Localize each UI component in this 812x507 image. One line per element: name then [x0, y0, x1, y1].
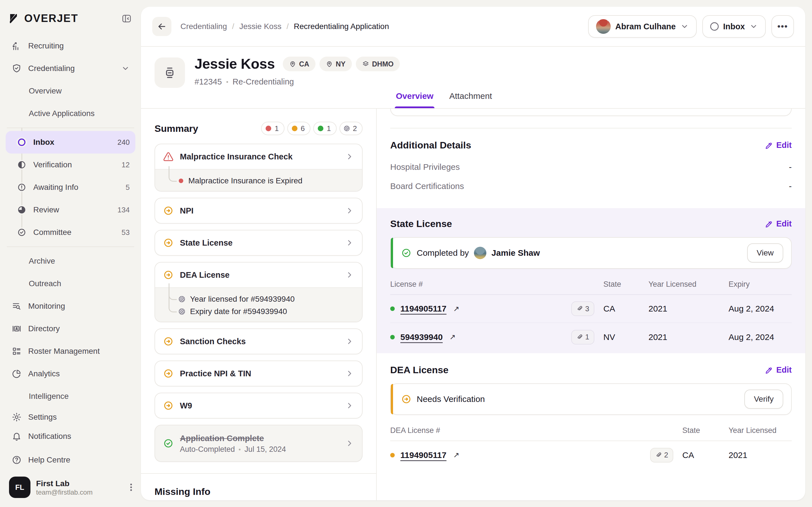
back-button[interactable]: [152, 17, 171, 36]
plan-badge-dhmo: DHMO: [356, 57, 400, 71]
license-number-link[interactable]: 1194905117: [400, 304, 447, 314]
workspace-menu-icon[interactable]: [130, 484, 132, 491]
sidebar-item-intelligence[interactable]: Intelligence: [6, 385, 135, 407]
summary-card-row[interactable]: DEA License: [155, 263, 362, 287]
attachments-badge[interactable]: 3: [571, 301, 594, 316]
column-header: License #: [390, 274, 603, 295]
sidebar-item-credentialing[interactable]: Credentialing: [6, 57, 135, 80]
attachments-badge[interactable]: 1: [571, 330, 594, 344]
state-license-title: State License: [390, 218, 452, 229]
sidebar-item-label: Archive: [29, 257, 55, 266]
cell-year: 2021: [728, 441, 792, 469]
sidebar-item-overview[interactable]: Overview: [6, 80, 135, 102]
attachments-badge[interactable]: 2: [650, 448, 673, 462]
hatched-dot-icon: [179, 308, 185, 315]
inbox-status-icon: [16, 137, 27, 147]
assignee-dropdown[interactable]: Abram Culhane: [588, 15, 696, 38]
summary-card-row[interactable]: Application Complete Auto-Completed Jul …: [155, 425, 362, 461]
dea-license-section: DEA License Edit Needs Verification Veri…: [377, 353, 805, 469]
gear-icon: [11, 412, 22, 422]
sidebar-item-help-centre[interactable]: Help Centre: [6, 450, 135, 469]
sidebar-item-notifications[interactable]: Notifications: [6, 427, 135, 446]
pending-circle-arrow-icon: [401, 394, 412, 404]
chevron-right-icon: [345, 152, 354, 161]
state-badge-ny: NY: [319, 57, 352, 71]
breadcrumb-jessie-koss[interactable]: Jessie Koss: [239, 22, 282, 31]
sidebar-item-verification[interactable]: Verification 12: [6, 154, 135, 176]
more-actions-button[interactable]: •••: [771, 15, 794, 38]
additional-details-edit-button[interactable]: Edit: [764, 140, 792, 150]
sidebar-item-inbox[interactable]: Inbox 240: [6, 131, 135, 154]
dea-license-edit-button[interactable]: Edit: [764, 365, 792, 375]
state-license-table: License # State Year Licensed Expiry: [390, 274, 792, 351]
workspace-email: team@firstlab.com: [36, 489, 93, 496]
application-type: Re-Credentialing: [233, 77, 294, 87]
license-number-link[interactable]: 1194905117: [400, 450, 447, 460]
sidebar-item-label: Monitoring: [28, 302, 65, 311]
page-title: Jessie Koss: [195, 56, 275, 72]
external-link-icon: ↗: [453, 451, 460, 459]
verify-button[interactable]: Verify: [744, 390, 783, 409]
amber-count-badge: 6: [287, 122, 310, 135]
summary-subitem: Year licensed for #594939940: [166, 291, 354, 304]
sidebar-item-active-applications[interactable]: Active Applications: [6, 102, 135, 125]
external-link-icon: ↗: [449, 333, 456, 341]
tab-overview[interactable]: Overview: [396, 91, 434, 108]
summary-card-row[interactable]: Malpractice Insurance Check: [155, 144, 362, 169]
summary-card-row[interactable]: NPI: [155, 198, 362, 223]
green-dot-icon: [390, 306, 395, 311]
hatched-dot-icon: [179, 296, 185, 302]
dea-license-status-card: Needs Verification Verify: [390, 383, 792, 415]
pending-circle-arrow-icon: [163, 368, 174, 379]
sidebar-item-analytics[interactable]: Analytics: [6, 362, 135, 385]
sidebar-item-archive[interactable]: Archive: [6, 250, 135, 272]
scrolled-card-edge: [390, 109, 792, 116]
dot-separator: [226, 81, 228, 83]
detail-row-hospital-privileges: Hospital Privileges -: [390, 158, 792, 177]
verification-count: 12: [121, 161, 130, 169]
summary-card-row[interactable]: W9: [155, 393, 362, 418]
state-license-edit-button[interactable]: Edit: [764, 219, 792, 228]
sidebar-item-awaiting-info[interactable]: Awaiting Info 5: [6, 176, 135, 199]
cell-year: 2021: [649, 323, 728, 351]
sidebar-item-committee[interactable]: Committee 53: [6, 221, 135, 244]
sidebar-item-settings[interactable]: Settings: [6, 407, 135, 427]
summary-card-row[interactable]: Practice NPI & TIN: [155, 361, 362, 386]
sidebar-item-roster-management[interactable]: Roster Management: [6, 340, 135, 362]
summary-card-row[interactable]: Sanction Checks: [155, 329, 362, 354]
red-dot-icon: [179, 179, 183, 183]
status-dropdown[interactable]: Inbox: [702, 15, 766, 38]
workspace-switcher[interactable]: FL First Lab team@firstlab.com: [0, 471, 141, 501]
alert-triangle-icon: [163, 151, 174, 162]
spacer: [6, 446, 135, 450]
sidebar-item-monitoring[interactable]: Monitoring: [6, 295, 135, 318]
view-button[interactable]: View: [747, 243, 783, 263]
state-badge-ca: CA: [283, 57, 315, 71]
license-number-link[interactable]: 594939940: [400, 332, 443, 342]
chevron-right-icon: [345, 238, 354, 247]
pending-circle-arrow-icon: [163, 336, 174, 347]
summary-card-row[interactable]: State License: [155, 230, 362, 255]
column-header: Year Licensed: [728, 420, 792, 441]
sidebar-item-review[interactable]: Review 134: [6, 199, 135, 221]
divider: [7, 246, 134, 247]
sidebar-item-label: Settings: [28, 413, 57, 421]
summary-subitem: Malpractice Insurance is Expired: [166, 173, 354, 185]
overjet-logo-icon: [9, 13, 20, 24]
sidebar-collapse-icon[interactable]: [121, 13, 132, 24]
recruiting-icon: [11, 41, 22, 51]
sidebar-item-outreach[interactable]: Outreach: [6, 272, 135, 295]
cell-state: CA: [603, 295, 649, 323]
chevron-down-icon: [121, 64, 130, 73]
pencil-icon: [764, 366, 773, 374]
breadcrumb-credentialing[interactable]: Credentialing: [181, 22, 227, 31]
chevron-right-icon: [345, 206, 354, 215]
sidebar-item-directory[interactable]: Directory: [6, 318, 135, 340]
sidebar-nav: Recruiting Credentialing Overview Active…: [0, 33, 141, 471]
chevron-right-icon: [345, 369, 354, 378]
sidebar-item-recruiting[interactable]: Recruiting: [6, 35, 135, 57]
tab-attachment[interactable]: Attachment: [449, 91, 492, 108]
review-status-icon: [16, 205, 27, 215]
green-dot-icon: [390, 335, 395, 339]
state-license-status-card: Completed by Jamie Shaw View: [390, 237, 792, 269]
